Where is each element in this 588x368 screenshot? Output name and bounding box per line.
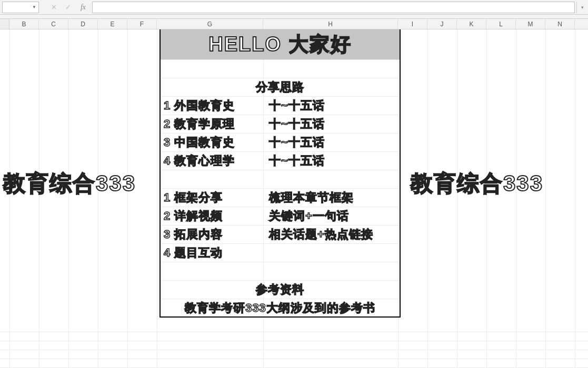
column-header[interactable]: K (457, 19, 486, 29)
formula-bar: ▼ ✕ ✓ fx ▾ (0, 0, 588, 15)
table-row: 4 教育心理学 十~十五话 (161, 152, 400, 170)
section1-title-row: 分享思路 (161, 78, 400, 97)
cell-h: 十~十五话 (269, 135, 325, 150)
cell-g: 4 教育心理学 (164, 153, 235, 169)
select-all-corner[interactable] (0, 19, 9, 29)
fx-label[interactable]: fx (76, 3, 91, 12)
column-header[interactable]: F (127, 19, 157, 29)
cell-g: 3 中国教育史 (164, 135, 235, 150)
column-header[interactable]: E (98, 19, 127, 29)
section3-title-row: 参考资料 (161, 281, 400, 299)
cell-h: 关键词+一句话 (269, 208, 349, 224)
table-row: 2 教育学原理 十~十五话 (161, 115, 400, 134)
column-header[interactable]: J (427, 19, 457, 29)
center-content: HELLO 大家好 分享思路 1 外国教育史 十~十五话 2 教育学原理 十~十… (160, 29, 401, 318)
side-text-left: 教育综合333 (3, 169, 136, 198)
expand-formula-icon[interactable]: ▾ (576, 2, 588, 13)
cell-g: 1 框架分享 (164, 190, 223, 206)
column-header[interactable]: I (398, 19, 427, 29)
column-header[interactable]: B (9, 19, 39, 29)
table-row: 1 框架分享 梳理本章节框架 (161, 189, 400, 207)
cell-h: 梳理本章节框架 (269, 190, 354, 206)
cell-h: 十~十五话 (269, 98, 325, 114)
name-box[interactable]: ▼ (2, 2, 39, 13)
bottom-line-row: 教育学考研333大纲涉及到的参考书 (161, 299, 400, 318)
cell-g: 3 拓展内容 (164, 227, 223, 242)
table-row: 2 详解视频 关键词+一句话 (161, 207, 400, 226)
banner-row: HELLO 大家好 (161, 29, 400, 60)
banner-text: HELLO 大家好 (208, 31, 351, 58)
side-text-right: 教育综合333 (411, 169, 543, 198)
cell-h: 十~十五话 (269, 153, 325, 169)
table-row: 3 拓展内容 相关话题+热点链接 (161, 226, 400, 244)
accept-icon[interactable]: ✓ (62, 2, 74, 13)
section3-title: 参考资料 (256, 282, 304, 298)
cell-g: 2 详解视频 (164, 208, 223, 224)
column-header[interactable]: D (68, 19, 98, 29)
column-header[interactable]: M (516, 19, 545, 29)
spacer (0, 15, 588, 19)
chevron-down-icon[interactable]: ▼ (32, 5, 36, 9)
column-header[interactable]: N (545, 19, 575, 29)
bottom-line-text: 教育学考研333大纲涉及到的参考书 (185, 300, 375, 316)
cell-g: 4 题目互动 (164, 245, 223, 261)
column-header[interactable]: H (263, 19, 398, 29)
column-headers: BCDEFGHIJKLMN (0, 19, 588, 29)
table-row: 4 题目互动 (161, 244, 400, 262)
cell-h: 相关话题+热点链接 (269, 227, 373, 242)
column-header[interactable]: L (486, 19, 516, 29)
column-header[interactable]: G (157, 19, 263, 29)
table-row: 3 中国教育史 十~十五话 (161, 134, 400, 152)
cell-g: 1 外国教育史 (164, 98, 235, 114)
cell-g: 2 教育学原理 (164, 116, 235, 132)
table-row: 1 外国教育史 十~十五话 (161, 97, 400, 115)
worksheet-grid[interactable]: 教育综合333 教育综合333 HELLO 大家好 分享思路 1 外国教育史 十… (0, 29, 588, 368)
cancel-icon[interactable]: ✕ (47, 2, 60, 13)
formula-input[interactable] (92, 2, 575, 13)
cell-h: 十~十五话 (269, 116, 325, 132)
column-header[interactable]: C (39, 19, 68, 29)
section1-title: 分享思路 (256, 79, 304, 95)
